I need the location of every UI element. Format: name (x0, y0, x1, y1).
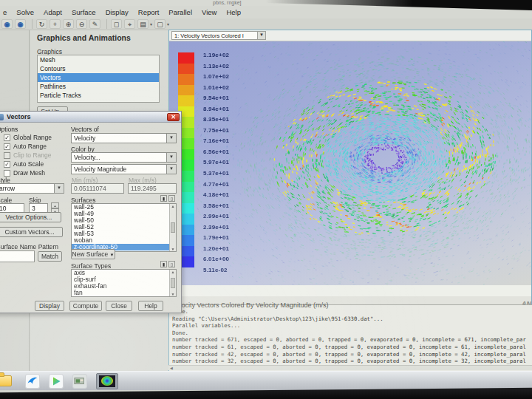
plot-caption: Velocity Vectors Colored By Velocity Mag… (172, 301, 329, 309)
help-button[interactable]: Help (138, 301, 163, 311)
console-line: number tracked = 671, escaped = 0, abort… (172, 336, 532, 344)
menu-item-solve[interactable]: Solve (16, 8, 34, 16)
chevron-down-icon[interactable]: ▼ (166, 153, 176, 162)
video-play-icon[interactable] (49, 374, 64, 389)
menu-item-display[interactable]: Display (106, 8, 129, 16)
deselect-icon[interactable]: ▯ (168, 195, 175, 202)
select-all-icon[interactable]: ▮ (160, 261, 167, 267)
legend-segment (178, 95, 194, 106)
menu-item-report[interactable]: Report (138, 8, 160, 16)
match-button[interactable]: Match (38, 251, 62, 262)
graphics-list-item-vectors[interactable]: Vectors (38, 73, 159, 82)
graphics-list-item-pathlines[interactable]: Pathlines (38, 82, 159, 91)
legend-value: 3.58e+01 (203, 202, 229, 214)
surface-type-item-exhaust-fan[interactable]: exhaust-fan (72, 283, 176, 290)
legend-value: 7.75e+01 (203, 127, 229, 138)
max-field[interactable]: 119.2495 (128, 183, 177, 194)
probe-tool-icon[interactable]: ⌖ (124, 19, 135, 29)
toolbar-separator (104, 19, 107, 29)
style-dropdown[interactable]: arrow▼ (0, 183, 64, 194)
chevron-down-icon[interactable]: ▾ (150, 21, 152, 27)
color-by-field-dropdown[interactable]: Velocity Magnitude▼ (71, 164, 177, 174)
legend-value: 4.77e+01 (203, 181, 229, 192)
menu-item-parallel[interactable]: Parallel (168, 8, 192, 16)
console-line: Parallel variables... (172, 322, 532, 330)
fluent-window-icon[interactable] (96, 373, 118, 389)
menu-item-view[interactable]: View (202, 8, 216, 16)
console-output[interactable]: Done.Reading "C:\Users\Administrator\Des… (168, 304, 532, 371)
close-button[interactable]: Close (106, 301, 132, 311)
checkbox-global-range[interactable]: ✓Global Range (4, 133, 52, 142)
probe-pencil-icon[interactable]: ✎ (89, 19, 100, 29)
zoom-out-icon[interactable]: ⊖ (76, 19, 87, 29)
window-selector-dropdown[interactable]: 1: Velocity Vectors Colored I ▼ (171, 31, 266, 40)
graphics-window-header: 1: Velocity Vectors Colored I ▼ (169, 30, 531, 41)
console-scrollbar[interactable]: ◀ (168, 365, 532, 370)
new-surface-button[interactable]: New Surface ▼ (71, 249, 115, 259)
surface-name-pattern-field[interactable] (0, 250, 35, 262)
chevron-down-icon[interactable]: ▼ (166, 134, 176, 143)
graphics-list-item-contours[interactable]: Contours (38, 64, 159, 73)
surfaces-list[interactable]: wall-25wall-49wall-50wall-52wall-53woban… (71, 203, 177, 252)
checkbox-auto-scale[interactable]: ✓Auto Scale (4, 160, 44, 168)
chevron-down-icon[interactable]: ▾ (167, 21, 169, 27)
checked-icon[interactable]: ✓ (4, 134, 10, 141)
graphics-list-item-particle-tracks[interactable]: Particle Tracks (38, 91, 159, 100)
surfaces-scrollbar[interactable]: ▲▼ (169, 204, 176, 251)
legend-value: 2.99e+01 (203, 213, 229, 224)
graphics-list: MeshContoursVectorsPathlinesParticle Tra… (37, 55, 160, 103)
compute-button[interactable]: Compute (69, 301, 102, 311)
surfaces-select-buttons[interactable]: ▮▯ (160, 195, 175, 202)
shape-select-icon[interactable]: ▢ (154, 19, 166, 29)
surface-types-scrollbar[interactable]: ▲▼ (169, 270, 176, 296)
zoom-area-icon[interactable]: ◻ (111, 19, 122, 29)
chevron-down-icon[interactable]: ▼ (54, 184, 64, 193)
help-bubble-icon[interactable]: ◉ (15, 19, 26, 29)
console-line: Reading "C:\Users\Administrator\Desktop\… (172, 316, 532, 323)
vectors-of-dropdown[interactable]: Velocity▼ (71, 133, 177, 143)
unchecked-icon[interactable] (4, 152, 10, 159)
checked-icon[interactable]: ✓ (4, 161, 10, 168)
menu-item-adapt[interactable]: Adapt (44, 8, 62, 16)
surface-types-list[interactable]: axisclip-surfexhaust-fanfan ▲▼ (71, 269, 177, 297)
thunder-bird-icon[interactable] (25, 374, 40, 389)
checkbox-label: Global Range (13, 134, 52, 141)
legend-value: 9.54e+01 (203, 95, 229, 106)
graphics-window: 1: Velocity Vectors Colored I ▼ 1.19e+02… (168, 30, 532, 304)
graphics-card-icon[interactable] (72, 374, 87, 389)
pan-icon[interactable]: + (50, 19, 61, 29)
menu-item-e[interactable]: e (3, 8, 7, 16)
chevron-down-icon[interactable]: ▼ (166, 165, 176, 174)
legend-value: 5.37e+01 (203, 170, 229, 181)
menu-item-surface[interactable]: Surface (72, 8, 96, 16)
checkbox-auto-range[interactable]: ✓Auto Range (4, 142, 47, 151)
color-by-dropdown[interactable]: Velocity...▼ (71, 152, 177, 163)
min-field[interactable]: 0.05111074 (71, 183, 124, 194)
close-icon[interactable]: ✕ (167, 113, 180, 121)
dialog-title-bar[interactable]: Vectors ✕ (0, 112, 181, 123)
surface-type-item-fan[interactable]: fan (72, 290, 176, 296)
display-button[interactable]: Display (35, 301, 64, 311)
rotate-view-icon[interactable]: ↻ (36, 19, 47, 29)
palette-icon[interactable]: ▤ (137, 19, 149, 29)
legend-segment (178, 85, 194, 96)
unchecked-icon[interactable] (4, 170, 10, 177)
custom-vectors-button[interactable]: Custom Vectors... (0, 227, 63, 237)
vector-options-button[interactable]: Vector Options... (0, 212, 61, 222)
deselect-icon[interactable]: ▯ (168, 261, 175, 267)
checked-icon[interactable]: ✓ (4, 143, 10, 150)
checkbox-clip-to-range[interactable]: Clip to Range (4, 151, 52, 160)
vector-plot-area[interactable]: 1.19e+021.13e+021.07e+021.01e+029.54e+01… (169, 41, 531, 285)
window-title-bar: pbns, rngke] (0, 0, 532, 6)
chevron-down-icon: ▼ (110, 253, 115, 257)
chevron-down-icon[interactable]: ▼ (257, 32, 265, 39)
legend-segment (178, 74, 194, 85)
folder-icon[interactable] (0, 374, 16, 389)
zoom-in-icon[interactable]: ⊕ (63, 19, 74, 29)
menu-item-help[interactable]: Help (226, 8, 241, 16)
stepper-up-icon[interactable]: ▲ (51, 202, 59, 208)
graphics-list-item-mesh[interactable]: Mesh (38, 55, 159, 64)
select-all-icon[interactable]: ▮ (160, 195, 167, 202)
save-icon[interactable]: ◉ (1, 19, 13, 29)
surface-types-select-buttons[interactable]: ▮▯ (160, 261, 175, 267)
